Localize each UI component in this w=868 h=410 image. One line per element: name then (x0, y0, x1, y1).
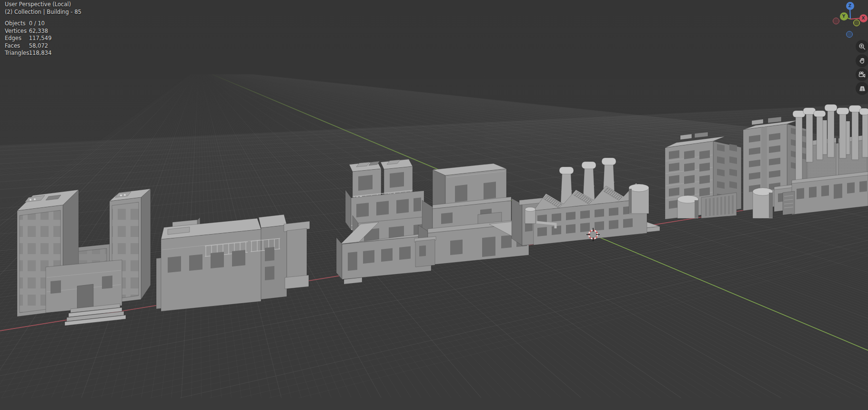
view-mode-label: User Perspective (Local) (5, 1, 81, 9)
gizmo-axis-y-negative[interactable] (853, 20, 860, 26)
grid-icon (858, 85, 866, 92)
gizmo-axis-z-negative[interactable] (846, 31, 853, 38)
stat-objects: Objects 0 / 10 (5, 20, 81, 28)
gizmo-axis-x-negative[interactable] (833, 18, 839, 24)
stat-triangles: Triangles 118,834 (5, 50, 81, 57)
camera-view-button[interactable] (856, 68, 868, 81)
apartment-storage-tank (677, 195, 698, 218)
camera-icon (858, 71, 866, 79)
building-warehouse-pergolas[interactable] (156, 215, 310, 311)
tower-silo (753, 188, 773, 218)
building-twin-tower-apartment[interactable] (17, 189, 151, 326)
stat-edges: Edges 117,549 (5, 35, 81, 42)
navigation-gizmo[interactable]: Z Y X (831, 0, 868, 41)
magnifier-plus-icon (858, 43, 866, 51)
building-power-plant[interactable] (783, 104, 868, 215)
gizmo-axis-x-positive[interactable]: X (859, 14, 868, 22)
collection-breadcrumb: (2) Collection | Building - 85 (5, 9, 81, 16)
scene-objects (0, 0, 868, 410)
hand-icon (858, 57, 866, 65)
zoom-button[interactable] (856, 40, 868, 53)
blender-3d-viewport[interactable]: User Perspective (Local) (2) Collection … (0, 0, 868, 410)
gizmo-axis-y-positive[interactable]: Y (840, 12, 848, 20)
gizmo-axis-z-positive[interactable]: Z (846, 2, 854, 10)
viewport-overlay-text: User Perspective (Local) (2) Collection … (5, 1, 81, 57)
stat-faces: Faces 58,072 (5, 42, 81, 50)
toggle-perspective-button[interactable] (856, 82, 868, 95)
stat-vertices: Vertices 62,338 (5, 28, 81, 35)
storage-tank (629, 184, 649, 214)
building-apartment-block[interactable] (665, 132, 741, 219)
building-factory-chimneys[interactable] (489, 158, 660, 246)
pan-button[interactable] (856, 54, 868, 67)
scene-statistics: Objects 0 / 10 Vertices 62,338 Edges 117… (5, 20, 81, 57)
